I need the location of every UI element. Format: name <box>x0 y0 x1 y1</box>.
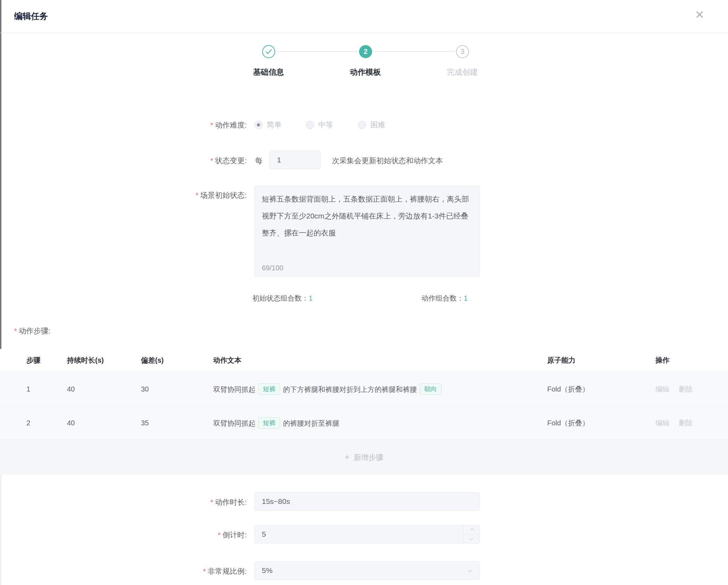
unusual-ratio-select[interactable]: 5% <box>254 561 480 580</box>
required-asterisk: * <box>210 121 213 129</box>
initial-combo-count: 初始状态组合数：1 <box>252 294 313 303</box>
step-connector <box>276 51 358 52</box>
duration-label: *动作时长: <box>127 497 247 507</box>
direction-tag: 朝向 <box>420 383 442 395</box>
col-actions: 操作 <box>655 356 670 365</box>
radio-selected-icon <box>254 121 263 129</box>
action-combo-count: 动作组合数：1 <box>421 294 468 303</box>
countdown-input[interactable]: 5 <box>254 525 480 543</box>
header-divider <box>0 33 728 33</box>
step-action-text: 双臂协同抓起短裤的下方裤腿和裤腰对折到上方的裤腿和裤腰朝向 <box>213 383 444 395</box>
action-steps-label: *动作步骤: <box>14 326 50 336</box>
radio-unselected-icon <box>306 121 314 129</box>
row-actions: 编辑 删除 <box>655 418 693 428</box>
step3-indicator: 3 <box>456 45 469 58</box>
increase-button[interactable] <box>464 525 479 534</box>
step-deviation: 35 <box>141 419 149 427</box>
table-row: 2 40 35 双臂协同抓起短裤的裤腰对折至裤腿 Fold（折叠） 编辑 删除 <box>0 406 728 440</box>
radio-medium-label: 中等 <box>318 120 333 130</box>
state-change-input[interactable]: 1 <box>270 151 321 169</box>
col-ability: 原子能力 <box>547 356 575 365</box>
close-icon[interactable]: ✕ <box>695 9 704 20</box>
scene-initial-label: *场景初始状态: <box>127 190 247 200</box>
chevron-down-icon <box>468 568 473 572</box>
edit-link[interactable]: 编辑 <box>655 384 670 394</box>
table-row: 1 40 30 双臂协同抓起短裤的下方裤腿和裤腰对折到上方的裤腿和裤腰朝向 Fo… <box>0 371 728 406</box>
step-duration: 40 <box>67 419 75 427</box>
radio-unselected-icon <box>358 121 366 129</box>
step-ability: Fold（折叠） <box>547 418 589 428</box>
add-step-label: 新增步骤 <box>354 452 383 462</box>
step-action-text: 双臂协同抓起短裤的裤腰对折至裤腿 <box>213 417 339 429</box>
radio-easy[interactable]: 简单 <box>254 120 282 130</box>
radio-hard-label: 困难 <box>370 120 385 130</box>
object-tag: 短裤 <box>258 417 280 429</box>
step1-label: 基础信息 <box>230 67 307 78</box>
radio-hard[interactable]: 困难 <box>358 120 385 130</box>
dialog-title: 编辑任务 <box>14 11 48 22</box>
duration-input[interactable]: 15s~80s <box>254 492 480 511</box>
step2-label: 动作模板 <box>327 67 404 78</box>
step-number: 2 <box>26 419 30 427</box>
col-duration: 持续时长(s) <box>67 356 104 365</box>
step-number: 1 <box>26 385 30 393</box>
plus-icon: + <box>345 452 349 462</box>
row-actions: 编辑 删除 <box>655 384 693 394</box>
unusual-ratio-label: *非常规比例: <box>127 566 247 576</box>
unusual-ratio-value: 5% <box>262 566 272 575</box>
countdown-value: 5 <box>262 530 266 538</box>
action-combo-value: 1 <box>464 294 468 302</box>
col-step: 步骤 <box>26 356 41 365</box>
scene-initial-value: 短裤五条数据背面朝上，五条数据正面朝上，裤腰朝右，离头部视野下方至少20cm之外… <box>262 195 469 237</box>
scrollbar-track[interactable] <box>0 0 1 585</box>
scene-initial-textarea[interactable]: 短裤五条数据背面朝上，五条数据正面朝上，裤腰朝右，离头部视野下方至少20cm之外… <box>254 186 480 277</box>
step-duration: 40 <box>67 385 75 393</box>
initial-combo-value: 1 <box>309 294 313 302</box>
step-ability: Fold（折叠） <box>547 384 589 394</box>
step-deviation: 30 <box>141 385 149 393</box>
number-stepper <box>463 525 479 543</box>
countdown-label: *倒计时: <box>127 530 247 540</box>
decrease-button[interactable] <box>464 534 479 543</box>
edit-task-dialog: 编辑任务 ✕ 2 3 基础信息 动作模板 完成创建 *动作难度: 简单 中等 困… <box>0 0 728 585</box>
radio-medium[interactable]: 中等 <box>306 120 333 130</box>
table-header: 步骤 持续时长(s) 偏差(s) 动作文本 原子能力 操作 <box>0 349 728 371</box>
difficulty-label: *动作难度: <box>127 120 247 130</box>
delete-link[interactable]: 删除 <box>679 418 693 428</box>
chevron-down-icon <box>469 536 473 541</box>
step3-label: 完成创建 <box>424 67 501 78</box>
state-change-suffix: 次采集会更新初始状态和动作文本 <box>332 156 443 166</box>
edit-link[interactable]: 编辑 <box>655 418 670 428</box>
state-change-label: *状态变更: <box>127 156 247 166</box>
state-change-prefix: 每 <box>255 156 263 166</box>
add-step-button[interactable]: + 新增步骤 <box>0 440 728 475</box>
col-deviation: 偏差(s) <box>141 356 164 365</box>
object-tag: 短裤 <box>258 383 280 395</box>
step1-check-icon <box>262 45 275 58</box>
chevron-up-icon <box>470 528 474 532</box>
delete-link[interactable]: 删除 <box>679 384 693 394</box>
step-connector <box>373 51 455 52</box>
step2-indicator: 2 <box>359 45 372 58</box>
col-action-text: 动作文本 <box>213 356 241 365</box>
char-counter: 69/100 <box>262 264 283 272</box>
radio-easy-label: 简单 <box>267 120 282 130</box>
